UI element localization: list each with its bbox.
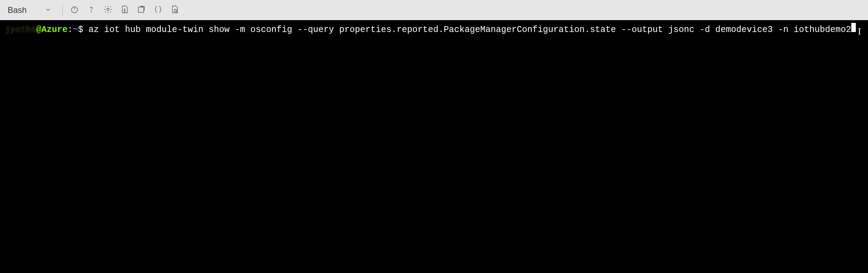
braces-icon xyxy=(154,5,163,15)
cloud-shell-toolbar: Bash xyxy=(0,0,868,20)
shell-selector-dropdown[interactable]: Bash xyxy=(3,4,55,16)
command-text: az iot hub module-twin show -m osconfig … xyxy=(83,24,851,36)
prompt-path: ~ xyxy=(73,24,78,36)
prompt-separator: : xyxy=(68,24,73,36)
svg-point-2 xyxy=(91,11,92,12)
terminal-area[interactable]: jyoths@Azure:~$ az iot hub module-twin s… xyxy=(0,20,868,273)
web-preview-button[interactable] xyxy=(167,2,182,18)
settings-button[interactable] xyxy=(100,2,116,18)
chevron-down-icon xyxy=(45,5,51,15)
new-session-icon xyxy=(137,5,146,15)
svg-rect-4 xyxy=(138,7,143,12)
prompt-symbol: $ xyxy=(78,24,83,36)
text-cursor-icon: I xyxy=(858,25,861,38)
svg-point-5 xyxy=(174,9,177,12)
upload-download-button[interactable] xyxy=(117,2,132,18)
toolbar-divider xyxy=(62,5,63,16)
prompt-user-obscured: jyoths xyxy=(5,24,36,36)
shell-name-label: Bash xyxy=(8,5,27,15)
prompt-host: @Azure xyxy=(36,24,68,36)
gear-icon xyxy=(103,5,112,15)
preview-icon xyxy=(170,5,179,15)
terminal-line: jyoths@Azure:~$ az iot hub module-twin s… xyxy=(5,23,863,36)
svg-point-3 xyxy=(107,8,109,10)
terminal-cursor xyxy=(851,23,856,32)
help-button[interactable] xyxy=(84,2,99,18)
help-icon xyxy=(87,5,96,15)
restart-button[interactable] xyxy=(67,2,82,18)
upload-download-icon xyxy=(120,5,129,15)
editor-button[interactable] xyxy=(150,2,166,18)
new-session-button[interactable] xyxy=(134,2,149,18)
power-icon xyxy=(70,5,79,15)
